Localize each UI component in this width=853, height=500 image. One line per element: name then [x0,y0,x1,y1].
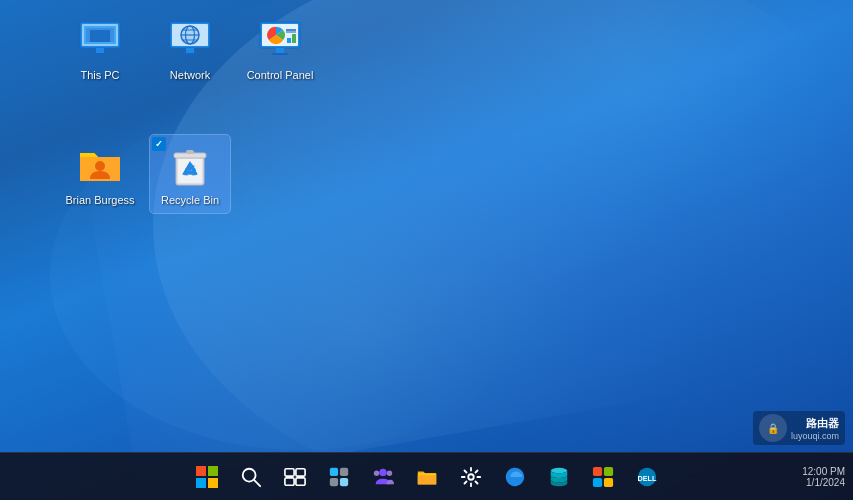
taskbar-right: 12:00 PM 1/1/2024 [802,466,845,488]
taskbar-center: DELL [187,457,667,497]
control-panel-icon [256,16,304,64]
svg-text:♻: ♻ [184,162,197,178]
dell-button[interactable]: DELL [627,457,667,497]
settings-button[interactable] [451,457,491,497]
desktop-icon-network[interactable]: Network [150,10,230,88]
task-view-button[interactable] [275,457,315,497]
teams-button[interactable] [363,457,403,497]
this-pc-label: This PC [80,68,119,82]
fileexplorer-icon [416,466,438,488]
svg-rect-41 [295,468,304,475]
store-icon [592,466,614,488]
desktop-icon-this-pc[interactable]: This PC [60,10,140,88]
file-explorer-button[interactable] [407,457,447,497]
svg-rect-54 [603,466,612,475]
svg-rect-37 [208,478,218,488]
store-button[interactable] [583,457,623,497]
svg-rect-36 [196,478,206,488]
svg-rect-46 [329,477,337,485]
svg-rect-40 [284,468,293,475]
user-folder-icon [76,141,124,189]
svg-rect-32 [186,150,194,154]
svg-rect-10 [186,48,194,53]
svg-rect-2 [96,48,104,53]
settings-icon [460,466,482,488]
svg-rect-21 [276,48,284,53]
svg-point-50 [373,470,379,476]
app1-icon [548,466,570,488]
edge-icon [504,466,526,488]
svg-point-49 [386,470,392,476]
teams-icon [372,466,394,488]
recycle-bin-icon: ♻ [166,141,214,189]
system-clock[interactable]: 12:00 PM 1/1/2024 [802,466,845,488]
watermark: 🔒 路由器 luyouqi.com [753,411,845,445]
start-button[interactable] [187,457,227,497]
app1-button[interactable] [539,457,579,497]
svg-rect-55 [592,477,601,486]
svg-rect-18 [172,24,208,46]
svg-text:DELL: DELL [637,473,657,482]
svg-rect-3 [92,53,108,55]
widgets-button[interactable] [319,457,359,497]
svg-rect-53 [592,466,601,475]
this-pc-icon [76,16,124,64]
selection-checkmark: ✓ [152,137,166,151]
desktop-icon-recycle-bin[interactable]: ✓ [150,135,230,213]
edge-button[interactable] [495,457,535,497]
dell-icon: DELL [636,466,658,488]
desktop-icon-control-panel[interactable]: Control Panel [240,10,320,88]
svg-point-51 [468,474,474,480]
desktop-icon-row1: This PC [60,10,320,88]
network-label: Network [170,68,210,82]
svg-rect-11 [182,53,198,55]
svg-rect-56 [603,477,612,486]
svg-rect-25 [292,34,296,43]
widgets-icon [328,466,350,488]
svg-rect-24 [287,38,291,43]
svg-rect-35 [208,466,218,476]
search-button[interactable] [231,457,271,497]
svg-rect-22 [272,53,288,55]
svg-point-48 [379,468,386,475]
svg-rect-7 [91,31,109,41]
svg-line-39 [254,480,260,486]
svg-rect-34 [196,466,206,476]
control-panel-label: Control Panel [247,68,314,82]
watermark-line1: 路由器 [791,416,839,431]
recycle-bin-label: Recycle Bin [161,193,219,207]
desktop: This PC [0,0,853,500]
watermark-line2: luyouqi.com [791,431,839,441]
brian-burgess-label: Brian Burgess [65,193,134,207]
svg-point-28 [95,161,105,171]
taskbar: DELL 12:00 PM 1/1/2024 [0,452,853,500]
svg-rect-47 [339,477,347,485]
svg-rect-44 [329,467,337,475]
svg-rect-43 [295,477,304,484]
desktop-icon-brian-burgess[interactable]: Brian Burgess [60,135,140,213]
svg-rect-42 [284,477,293,484]
search-icon [240,466,262,488]
svg-point-52 [550,467,567,473]
windows-icon [196,466,218,488]
network-icon [166,16,214,64]
taskview-icon [284,466,306,488]
svg-rect-45 [339,467,347,475]
desktop-icon-row2: Brian Burgess ✓ [60,135,230,213]
